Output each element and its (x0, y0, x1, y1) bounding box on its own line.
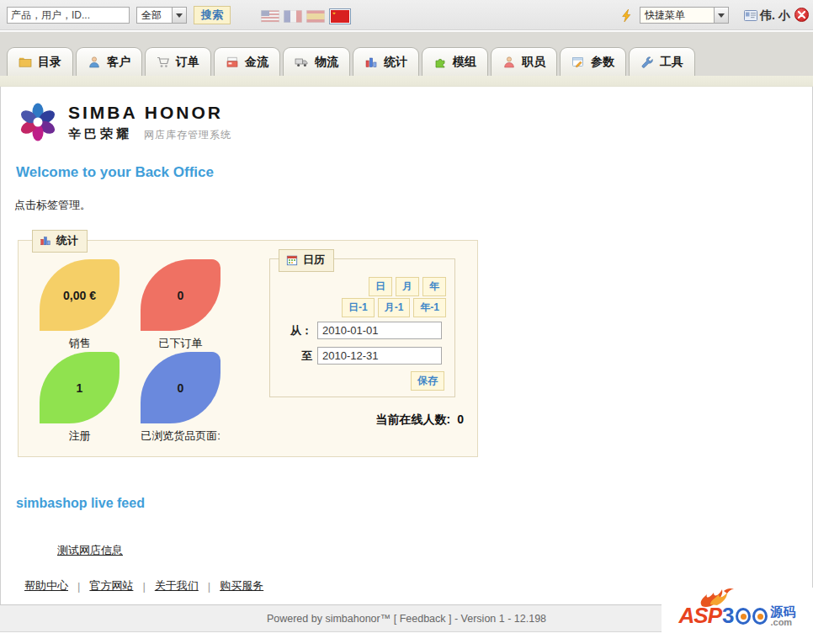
shop-info-link[interactable]: 测试网店信息 (57, 543, 123, 558)
tab-stats[interactable]: 统计 (353, 47, 419, 76)
tab-label: 客户 (107, 55, 130, 70)
window-pencil-icon (571, 56, 585, 69)
brand-logo: SIMBA HONOR 辛巴荣耀 网店库存管理系统 (16, 100, 812, 144)
watermark-cn-text: 源码 (770, 605, 795, 618)
stat-pageviews-label: 已浏览货品页面: (141, 428, 221, 444)
pinwheel-logo-icon (16, 100, 60, 144)
language-flags (261, 8, 351, 24)
year-minus-1-button[interactable]: 年-1 (413, 298, 446, 317)
tab-employees[interactable]: 职员 (491, 47, 557, 76)
tab-preferences[interactable]: 参数 (560, 47, 626, 76)
stat-sales-label: 销售 (40, 336, 120, 351)
search-category-select[interactable]: 全部 (136, 7, 187, 24)
live-feed-title: simbashop live feed (16, 496, 812, 511)
tab-modules[interactable]: 模组 (422, 47, 488, 76)
link-separator: | (208, 580, 210, 593)
powered-by-text: Powered by simbahonor™ [ Feedback ] - Ve… (267, 613, 546, 625)
stat-orders-value: 0 (141, 259, 221, 331)
chevron-down-icon (172, 8, 186, 23)
stat-registrations-value: 1 (40, 352, 120, 423)
stat-pageviews-value: 0 (141, 352, 221, 423)
france-flag-icon[interactable] (284, 10, 302, 23)
search-category-value: 全部 (137, 8, 172, 23)
spain-flag-icon[interactable] (306, 10, 325, 23)
page-title: Welcome to your Back Office (16, 164, 812, 181)
tab-strip: 目录 客户 订单 金流 物流 统计 模组 职员 (0, 31, 813, 76)
about-us-link[interactable]: 关于我们 (155, 578, 199, 593)
stat-sales-value: 0,00 € (40, 259, 120, 331)
link-separator: | (77, 580, 80, 593)
main-content: SIMBA HONOR 辛巴荣耀 网店库存管理系统 Welcome to you… (0, 87, 813, 604)
day-minus-1-button[interactable]: 日-1 (342, 298, 375, 317)
stat-tiles: 0,00 € 销售 0 已下订单 1 注册 0 已浏览货品页面: (40, 259, 267, 444)
date-to-input[interactable] (317, 347, 442, 365)
asp300-watermark: ASP3 源码 .com (662, 588, 813, 644)
quick-menu-value: 快捷菜单 (640, 8, 714, 23)
calendar-panel: 日历 日 月 年 日-1 月-1 年-1 从： 至 保存 (269, 258, 455, 397)
current-user-name: 伟. 小 (760, 8, 790, 24)
sub-tab-bar (0, 76, 813, 87)
date-from-input[interactable] (317, 322, 442, 339)
watermark-com-text: .com (770, 618, 795, 627)
tab-tools[interactable]: 工具 (629, 47, 695, 76)
year-button[interactable]: 年 (422, 277, 446, 296)
stats-legend-label: 统计 (56, 233, 78, 248)
tab-orders[interactable]: 订单 (145, 47, 211, 76)
watermark-asp-text: ASP (679, 603, 721, 629)
tab-label: 物流 (315, 55, 338, 70)
online-visitors: 当前在线人数:0 (376, 412, 464, 428)
stats-legend: 统计 (32, 230, 88, 253)
tab-label: 订单 (176, 55, 199, 70)
date-from-label: 从： (270, 323, 317, 338)
tab-payments[interactable]: 金流 (214, 47, 280, 76)
watermark-three-text: 3 (722, 603, 734, 629)
brand-tagline: 网店库存管理系统 (144, 128, 231, 142)
global-search-input[interactable] (7, 7, 130, 24)
tab-label: 模组 (453, 55, 476, 70)
intro-text: 点击标签管理。 (14, 198, 812, 213)
person-blue-icon (88, 56, 101, 69)
link-separator: | (142, 580, 145, 593)
lightning-icon (619, 8, 634, 23)
china-flag-icon[interactable] (329, 8, 351, 24)
help-center-link[interactable]: 帮助中心 (24, 578, 68, 593)
month-minus-1-button[interactable]: 月-1 (378, 298, 411, 317)
save-button[interactable]: 保存 (411, 371, 444, 391)
tab-label: 金流 (245, 55, 268, 70)
tab-shipping[interactable]: 物流 (283, 47, 350, 76)
stat-orders-label: 已下订单 (141, 336, 221, 351)
stat-registrations-label: 注册 (40, 428, 120, 444)
stats-panel: 统计 0,00 € 销售 0 已下订单 1 注册 0 已浏览货品页面: 日历 日… (18, 240, 478, 457)
person-red-icon (502, 56, 516, 69)
tab-label: 参数 (591, 55, 614, 70)
egg-zero-icon (736, 608, 751, 625)
id-card-icon (744, 10, 757, 21)
day-button[interactable]: 日 (369, 277, 392, 296)
logout-icon[interactable] (794, 8, 809, 22)
calendar-legend-label: 日历 (303, 253, 325, 268)
official-site-link[interactable]: 官方网站 (89, 578, 133, 593)
tab-label: 目录 (38, 55, 61, 70)
buy-service-link[interactable]: 购买服务 (220, 578, 263, 593)
brand-title-cn: 辛巴荣耀 (68, 126, 132, 142)
online-visitors-label: 当前在线人数: (376, 412, 451, 426)
wrench-icon (640, 56, 654, 69)
top-bar: 全部 搜索 快捷菜单 伟. 小 (0, 0, 813, 30)
tab-label: 统计 (384, 55, 407, 70)
date-to-label: 至 (270, 349, 317, 364)
calendar-legend: 日历 (279, 249, 334, 272)
us-flag-icon[interactable] (261, 10, 279, 23)
egg-zero-icon (752, 608, 768, 625)
puzzle-icon (433, 56, 447, 69)
tab-customers[interactable]: 客户 (76, 47, 142, 76)
tab-catalog[interactable]: 目录 (7, 47, 73, 76)
calendar-icon (286, 254, 298, 266)
quick-menu-select[interactable]: 快捷菜单 (640, 7, 729, 24)
online-visitors-count: 0 (457, 412, 464, 426)
brand-title: SIMBA HONOR (68, 103, 231, 123)
month-button[interactable]: 月 (396, 277, 419, 296)
bar-chart-icon (364, 56, 378, 69)
tab-label: 工具 (660, 55, 683, 70)
search-button[interactable]: 搜索 (194, 6, 231, 24)
truck-icon (295, 56, 309, 69)
